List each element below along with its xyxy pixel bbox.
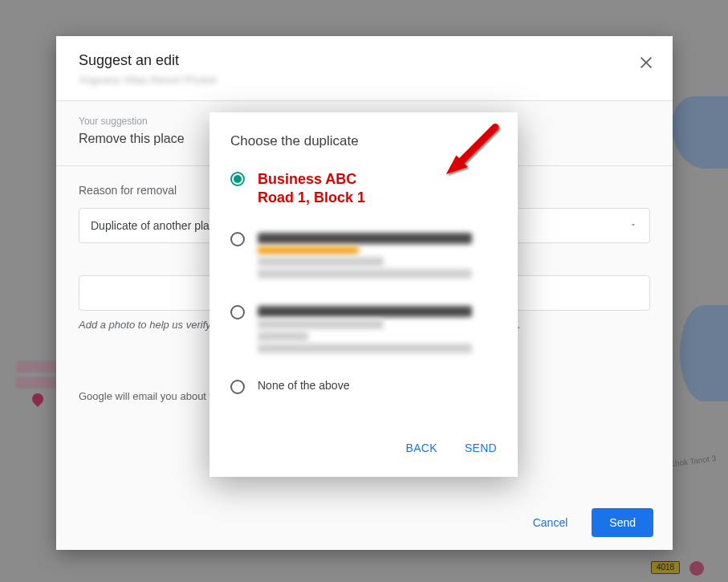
reason-select-value: Duplicate of another place — [91, 219, 222, 232]
duplicate-option-none[interactable]: None of the above — [230, 370, 510, 409]
radio-icon[interactable] — [230, 305, 245, 319]
options-list[interactable]: Business ABC Road 1, Block 1 — [209, 162, 518, 429]
panel-title: Suggest an edit — [79, 52, 650, 69]
option-body: None of the above — [258, 378, 510, 393]
blurred-text — [258, 233, 472, 244]
blurred-text — [258, 344, 472, 353]
dialog-title: Choose the duplicate — [209, 112, 518, 162]
dialog-send-button[interactable]: SEND — [465, 442, 497, 454]
dialog-footer: BACK SEND — [209, 429, 518, 477]
duplicate-option-blurred[interactable] — [230, 295, 510, 370]
option-body: Business ABC Road 1, Block 1 — [258, 170, 510, 208]
blurred-text — [258, 306, 472, 317]
radio-icon[interactable] — [230, 380, 245, 394]
annotated-business-name: Business ABC — [258, 170, 510, 189]
duplicate-option-blurred[interactable] — [230, 222, 510, 295]
option-body — [258, 230, 510, 281]
duplicate-option-selected[interactable]: Business ABC Road 1, Block 1 — [230, 162, 510, 222]
chevron-down-icon — [628, 219, 638, 232]
cancel-button[interactable]: Cancel — [525, 510, 576, 535]
panel-footer: Cancel Send — [56, 495, 673, 550]
blurred-text — [258, 257, 384, 267]
back-button[interactable]: BACK — [406, 442, 437, 454]
panel-header: Suggest an edit Angsana Villas Resort Ph… — [56, 36, 673, 101]
option-body — [258, 303, 510, 356]
radio-icon[interactable] — [230, 172, 245, 186]
send-button[interactable]: Send — [592, 508, 653, 537]
close-icon[interactable] — [637, 54, 655, 71]
choose-duplicate-dialog: Choose the duplicate Business ABC Road 1… — [209, 112, 518, 477]
blurred-rating — [258, 246, 359, 254]
annotated-business-address: Road 1, Block 1 — [258, 189, 510, 207]
blurred-text — [258, 269, 472, 279]
option-label: None of the above — [258, 379, 349, 392]
radio-icon[interactable] — [230, 232, 245, 246]
panel-subtitle: Angsana Villas Resort Phuket — [79, 74, 650, 86]
blurred-text — [258, 319, 384, 329]
blurred-text — [258, 332, 308, 341]
